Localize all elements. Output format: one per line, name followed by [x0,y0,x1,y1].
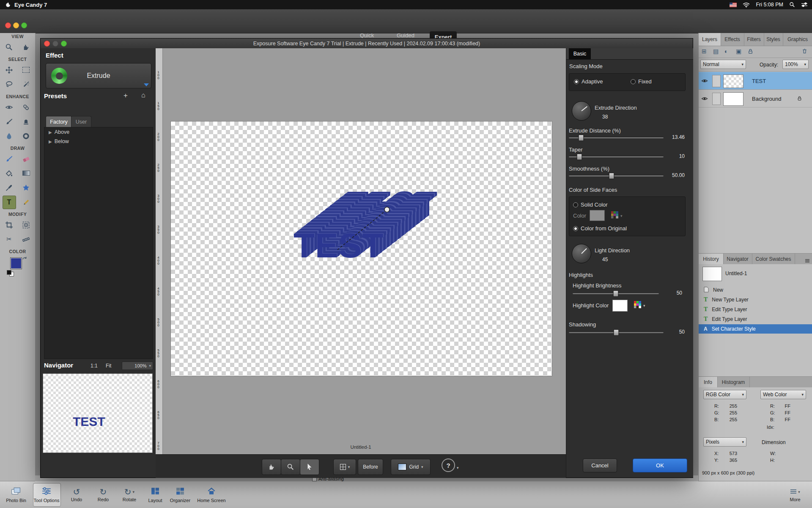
layer-thumbnail[interactable] [723,75,743,88]
photo-bin-button[interactable]: Photo Bin [1,484,31,506]
snapshot-thumbnail[interactable] [702,267,722,281]
spotlight-search-icon[interactable] [789,2,795,8]
color-from-original-label[interactable]: Color from Original [581,225,627,232]
panel-menu-icon[interactable] [805,257,810,265]
history-item-set-character-style[interactable]: A Set Character Style [699,324,812,334]
swap-colors-icon[interactable] [22,256,27,263]
before-button[interactable]: Before [358,459,383,475]
tab-histogram[interactable]: Histogram [717,377,750,388]
extrude-direction-control[interactable] [171,121,552,376]
tab-effects[interactable]: Effects [721,33,744,46]
eraser-tool[interactable] [20,152,33,165]
shadowing-slider[interactable] [569,329,664,335]
layer-visibility-icon[interactable] [701,77,708,86]
tab-color-swatches[interactable]: Color Swatches [752,254,795,265]
keyboard-flag-icon[interactable] [730,3,737,7]
highlight-brightness-slider[interactable] [573,290,659,296]
view-mode-dropdown[interactable]: Grid ▾ [391,459,431,475]
adjustment-layer-icon[interactable]: ◐ [724,48,728,55]
tab-layers[interactable]: Layers [699,33,721,46]
solid-color-label[interactable]: Solid Color [581,202,608,208]
dialog-minimize-button[interactable] [52,41,58,47]
dialog-titlebar[interactable]: Exposure Software Eye Candy 7 Trial | Ex… [41,39,693,49]
hand-tool[interactable] [20,41,33,53]
highlight-color-dropdown-arrow[interactable]: ▾ [643,304,645,308]
canvas[interactable]: TEST [170,121,552,376]
delete-layer-icon[interactable] [801,48,808,56]
gradient-tool[interactable] [20,167,33,179]
units-dropdown[interactable]: Pixels▾ [703,437,746,447]
tab-basic[interactable]: Basic [569,48,591,59]
layer-row-test[interactable]: TEST [699,72,812,90]
add-preset-icon[interactable]: + [123,91,128,100]
sponge-tool[interactable] [20,130,33,142]
type-tool[interactable]: T [3,196,16,209]
default-colors-icon[interactable] [7,270,14,276]
lock-layer-icon[interactable] [747,48,754,56]
help-button[interactable]: ? [442,458,455,472]
more-dropdown-arrow[interactable]: ▾ [798,490,800,494]
marquee-tool[interactable] [20,64,33,76]
redo-button[interactable]: ↻ Redo [88,484,118,506]
opacity-dropdown[interactable]: 100%▾ [782,60,809,69]
history-item-edit-type-layer-2[interactable]: T Edit Type Layer [699,315,812,324]
more-button[interactable]: ▾ More [780,484,810,506]
grid-dropdown-arrow[interactable]: ▾ [348,465,350,469]
control-center-icon[interactable] [801,2,808,7]
zoom-dropdown-arrow[interactable]: ▾ [149,364,151,368]
new-group-icon[interactable]: ▤ [713,48,719,55]
layer-visibility-icon[interactable] [701,95,708,104]
tab-history[interactable]: History [699,254,724,265]
spot-healing-tool[interactable] [20,101,33,113]
tab-history-navigator[interactable]: Navigator [723,254,752,265]
help-dropdown-arrow[interactable]: ▾ [457,466,459,470]
tab-filters[interactable]: Filters [744,33,764,46]
rotate-dropdown-arrow[interactable]: ▾ [133,490,135,494]
new-layer-icon[interactable]: ⊞ [702,48,707,55]
tab-quick[interactable]: Quick [360,32,374,39]
extrude-direction-dial[interactable] [572,101,591,121]
rgb-color-dropdown[interactable]: RGB Color▾ [703,390,746,399]
history-item-new-type-layer[interactable]: T New Type Layer [699,295,812,304]
preset-group-above[interactable]: ▶Above [44,127,153,137]
layer-name[interactable]: Background [752,96,781,102]
expand-triangle-icon[interactable]: ▶ [49,130,52,135]
effect-selector-button[interactable]: Extrude [46,63,151,88]
tab-styles[interactable]: Styles [764,33,783,46]
organizer-button[interactable]: Organizer [165,484,195,506]
navigator-actual-button[interactable]: 1:1 [91,363,98,369]
tab-graphics[interactable]: Graphics [783,33,812,46]
window-minimize-button[interactable] [13,22,19,28]
layer-link-cell[interactable] [712,93,721,105]
solid-color-radio[interactable] [573,202,578,207]
navigator-fit-button[interactable]: Fit [106,363,111,369]
expand-triangle-icon[interactable]: ▶ [49,139,52,144]
history-item-edit-type-layer-1[interactable]: T Edit Type Layer [699,305,812,314]
side-color-swatch[interactable] [590,210,605,221]
preset-group-below[interactable]: ▶Below [44,137,153,146]
move-tool[interactable] [3,64,16,76]
recompose-tool[interactable] [20,218,33,231]
web-color-dropdown[interactable]: Web Color▾ [760,390,806,399]
tool-options-button[interactable]: Tool Options [32,484,61,506]
menubar-app-name[interactable]: Eye Candy 7 [14,2,47,8]
smart-brush-tool[interactable] [3,115,16,128]
highlight-color-swatch[interactable] [612,300,628,312]
window-zoom-button[interactable] [21,22,27,28]
side-color-picker-icon[interactable] [611,211,618,220]
layer-thumbnail[interactable] [723,92,743,106]
highlight-color-picker-icon[interactable] [634,301,641,310]
adaptive-label[interactable]: Adaptive [582,78,603,85]
tab-guided[interactable]: Guided [397,32,414,39]
extrude-distance-slider[interactable] [569,134,664,140]
history-item-new[interactable]: New [699,285,812,295]
home-screen-button[interactable]: Home Screen [195,484,228,506]
eyedropper-tool[interactable] [3,181,16,194]
pan-tool-button[interactable] [262,459,281,475]
undo-button[interactable]: ↺ Undo [62,484,91,506]
apple-menu-icon[interactable] [5,2,11,8]
layer-mask-icon[interactable]: ▣ [736,48,741,55]
menubar-clock[interactable]: Fri 5:08 PM [756,2,783,8]
layer-row-background[interactable]: Background [699,90,812,108]
effect-dropdown-arrow[interactable] [144,83,149,86]
